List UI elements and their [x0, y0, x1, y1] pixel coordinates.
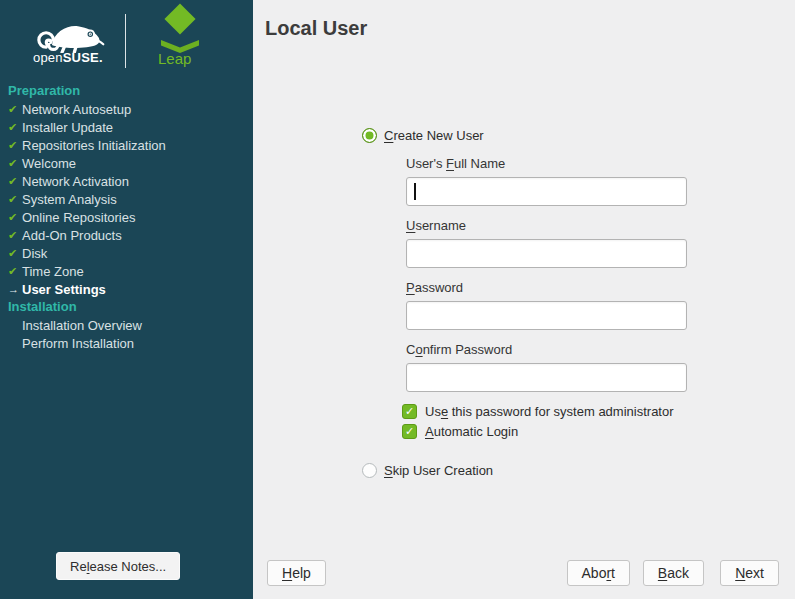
- next-button[interactable]: Next: [720, 560, 779, 586]
- wordmark-suse: SUSE: [63, 50, 99, 65]
- sidebar-item-label: Repositories Initialization: [22, 138, 166, 153]
- radio-selected-icon: [362, 128, 377, 143]
- nav-section-installation: Installation: [8, 298, 253, 316]
- leap-diamond-icon: [164, 3, 195, 34]
- installer-window: openSUSE. Leap Preparation ✔Network Auto…: [0, 0, 795, 599]
- password-input[interactable]: [406, 301, 687, 330]
- text-cursor: [414, 183, 416, 200]
- check-icon: ✔: [8, 118, 22, 136]
- check-icon: ✔: [8, 154, 22, 172]
- automatic-login-label: Automatic Login: [425, 424, 518, 439]
- current-step-arrow-icon: →: [8, 280, 22, 298]
- sidebar-item-label: Installation Overview: [22, 318, 142, 333]
- sidebar-item-disk: ✔Disk: [8, 244, 253, 262]
- release-notes-button[interactable]: Release Notes...: [56, 552, 180, 580]
- opensuse-chameleon-logo-icon: [30, 11, 110, 53]
- check-icon: ✔: [8, 190, 22, 208]
- sidebar-item-repositories-initialization: ✔Repositories Initialization: [8, 136, 253, 154]
- back-button[interactable]: Back: [643, 560, 704, 586]
- sidebar-item-label: User Settings: [22, 282, 106, 297]
- sidebar-item-perform-installation: Perform Installation: [8, 334, 253, 352]
- sidebar-item-label: Network Autosetup: [22, 102, 131, 117]
- sidebar-item-network-activation: ✔Network Activation: [8, 172, 253, 190]
- wordmark-dot: .: [99, 50, 103, 65]
- sidebar-item-add-on-products: ✔Add-On Products: [8, 226, 253, 244]
- create-new-user-radio[interactable]: Create New User: [362, 128, 484, 143]
- use-password-for-admin-checkbox[interactable]: ✓ Use this password for system administr…: [402, 404, 674, 419]
- branding-area: openSUSE. Leap: [0, 0, 253, 80]
- check-icon: ✔: [8, 208, 22, 226]
- sidebar-item-label: Time Zone: [22, 264, 84, 279]
- main-content: Local User Create New User User's Full N…: [253, 0, 795, 599]
- sidebar-item-label: Welcome: [22, 156, 76, 171]
- leap-edition-label: Leap: [158, 50, 191, 67]
- password-label: Password: [406, 280, 463, 296]
- sidebar-item-welcome: ✔Welcome: [8, 154, 253, 172]
- opensuse-wordmark: openSUSE.: [33, 50, 103, 65]
- radio-unselected-icon: [362, 463, 377, 478]
- sidebar-item-system-analysis: ✔System Analysis: [8, 190, 253, 208]
- installer-steps-nav: Preparation ✔Network Autosetup ✔Installe…: [0, 80, 253, 352]
- sidebar-item-label: System Analysis: [22, 192, 117, 207]
- sidebar-item-label: Online Repositories: [22, 210, 135, 225]
- help-button[interactable]: Help: [267, 560, 326, 586]
- nav-section-preparation: Preparation: [8, 82, 253, 100]
- sidebar-item-installation-overview: Installation Overview: [8, 316, 253, 334]
- sidebar-item-user-settings: →User Settings: [8, 280, 253, 298]
- sidebar-item-label: Disk: [22, 246, 47, 261]
- sidebar: openSUSE. Leap Preparation ✔Network Auto…: [0, 0, 253, 599]
- page-title: Local User: [265, 17, 367, 40]
- check-icon: ✔: [8, 244, 22, 262]
- username-input[interactable]: [406, 239, 687, 268]
- confirm-password-input[interactable]: [406, 363, 687, 392]
- use-password-for-admin-label: Use this password for system administrat…: [425, 404, 674, 419]
- users-full-name-input[interactable]: [406, 177, 687, 206]
- checkbox-checked-icon: ✓: [402, 424, 417, 439]
- wordmark-open: open: [33, 50, 63, 65]
- checkbox-checked-icon: ✓: [402, 404, 417, 419]
- sidebar-item-label: Perform Installation: [22, 336, 134, 351]
- create-new-user-label: Create New User: [384, 128, 484, 143]
- sidebar-item-network-autosetup: ✔Network Autosetup: [8, 100, 253, 118]
- check-icon: ✔: [8, 172, 22, 190]
- username-label: Username: [406, 218, 466, 234]
- skip-user-creation-radio[interactable]: Skip User Creation: [362, 463, 493, 478]
- check-icon: ✔: [8, 262, 22, 280]
- sidebar-item-label: Installer Update: [22, 120, 113, 135]
- logo-divider: [125, 14, 126, 68]
- leap-logo: Leap: [145, 0, 225, 80]
- check-icon: ✔: [8, 136, 22, 154]
- check-icon: ✔: [8, 226, 22, 244]
- sidebar-item-label: Network Activation: [22, 174, 129, 189]
- check-icon: ✔: [8, 100, 22, 118]
- abort-button[interactable]: Abort: [567, 560, 630, 586]
- automatic-login-checkbox[interactable]: ✓ Automatic Login: [402, 424, 518, 439]
- sidebar-item-label: Add-On Products: [22, 228, 122, 243]
- users-full-name-label: User's Full Name: [406, 156, 505, 172]
- sidebar-item-online-repositories: ✔Online Repositories: [8, 208, 253, 226]
- sidebar-item-installer-update: ✔Installer Update: [8, 118, 253, 136]
- skip-user-creation-label: Skip User Creation: [384, 463, 493, 478]
- confirm-password-label: Confirm Password: [406, 342, 512, 358]
- sidebar-item-time-zone: ✔Time Zone: [8, 262, 253, 280]
